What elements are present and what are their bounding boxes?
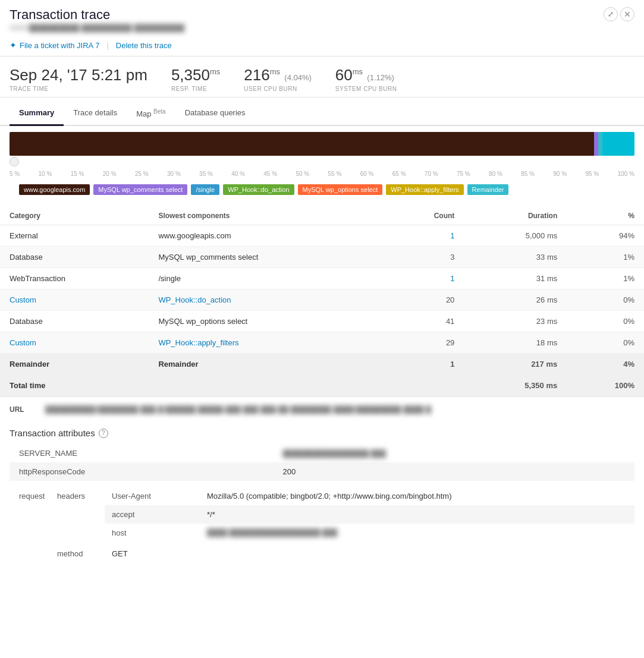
url-label: URL [10, 405, 33, 414]
timeline-indicator [10, 157, 19, 166]
file-ticket-label: File a ticket with JIRA 7 [20, 41, 99, 50]
attr-row-server-name: SERVER_NAME █████████████████.███ [10, 444, 634, 462]
star-icon: ✦ [10, 40, 17, 50]
resp-time-value: 5,350ms [171, 66, 220, 84]
table-row: External www.googleapis.com 1 5,000 ms 9… [0, 225, 644, 247]
segment-single [598, 132, 602, 156]
header-key-useragent: User-Agent [112, 492, 207, 500]
page-subtitle: HDW-██████████ ██████████ ██████████ [10, 24, 184, 32]
legend-do-action: WP_Hook::do_action [223, 184, 294, 195]
header-val-host: ████.██████████████████.███ [207, 528, 627, 537]
cell-category: Remainder [0, 354, 149, 375]
chart-legend: www.googleapis.com MySQL wp_comments sel… [10, 178, 634, 201]
pct-45: 45 % [263, 171, 277, 177]
request-section: request headers User-Agent Mozilla/5.0 (… [10, 487, 634, 563]
attr-row-http-code: httpResponseCode 200 [10, 462, 634, 481]
cell-category: External [0, 225, 149, 247]
close-icon: ✕ [624, 10, 631, 19]
header-key-host: host [112, 528, 207, 537]
cell-component[interactable]: WP_Hook::do_action [149, 289, 385, 311]
total-pct: 100% [567, 375, 644, 396]
cell-duration: 5,000 ms [464, 225, 567, 247]
pct-95: 95 % [585, 171, 599, 177]
pct-25: 25 % [135, 171, 149, 177]
cell-pct: 1% [567, 247, 644, 268]
pct-55: 55 % [328, 171, 342, 177]
expand-button[interactable]: ⤢ [604, 7, 618, 21]
url-value: ██████████/████████-███-█/██████-█████-█… [45, 405, 431, 414]
segment-mysql-comments [594, 132, 598, 156]
resp-time-label: RESP. TIME [171, 86, 220, 92]
cell-duration: 26 ms [464, 289, 567, 311]
attr-key-server-name: SERVER_NAME [10, 444, 274, 462]
cell-component: /single [149, 268, 385, 289]
toolbar-separator: | [106, 41, 108, 50]
user-cpu-pct: (4.04%) [284, 73, 312, 82]
pct-50: 50 % [296, 171, 309, 177]
attr-key-http-code: httpResponseCode [10, 462, 274, 481]
header-val-useragent: Mozilla/5.0 (compatible; bingbot/2.0; +h… [207, 492, 627, 500]
subtitle-blurred: HDW-██████████ ██████████ ██████████ [10, 24, 184, 32]
attributes-title: Transaction attributes ? [10, 428, 634, 438]
legend-single: /single [191, 184, 219, 195]
toolbar: ✦ File a ticket with JIRA 7 | Delete thi… [10, 36, 634, 56]
headers-list: User-Agent Mozilla/5.0 (compatible; bing… [105, 487, 634, 542]
user-cpu-value: 216ms (4.04%) [244, 66, 312, 84]
chart-area: 5 % 10 % 15 % 20 % 25 % 30 % 35 % 40 % 4… [0, 126, 644, 201]
header: Transaction trace HDW-██████████ ███████… [0, 0, 644, 56]
system-cpu-pct: (1.12%) [367, 73, 394, 82]
cell-duration: 217 ms [464, 354, 567, 375]
pct-labels: 5 % 10 % 15 % 20 % 25 % 30 % 35 % 40 % 4… [10, 169, 634, 178]
segment-googleapis [10, 132, 594, 156]
header-val-accept: */* [207, 510, 627, 519]
metrics-bar: Sep 24, '17 5:21 pm TRACE TIME 5,350ms R… [0, 56, 644, 97]
cell-count: 1 [385, 354, 464, 375]
title-group: Transaction trace HDW-██████████ ███████… [10, 7, 184, 36]
table-row: Remainder Remainder 1 217 ms 4% [0, 354, 644, 375]
trace-time-value: Sep 24, '17 5:21 pm [10, 66, 147, 84]
circle-indicator-row [10, 157, 634, 168]
tab-trace-details[interactable]: Trace details [64, 102, 127, 126]
cell-component: Remainder [149, 354, 385, 375]
pct-35: 35 % [199, 171, 213, 177]
transaction-attributes: Transaction attributes ? SERVER_NAME ███… [0, 422, 644, 563]
method-block: method GET [57, 544, 634, 563]
cell-count: 29 [385, 332, 464, 354]
segment-remainder [602, 132, 634, 156]
close-button[interactable]: ✕ [620, 7, 634, 21]
pct-15: 15 % [71, 171, 84, 177]
cell-category: Database [0, 311, 149, 332]
pct-65: 65 % [392, 171, 406, 177]
delete-trace-button[interactable]: Delete this trace [116, 41, 172, 50]
cell-count[interactable]: 1 [385, 225, 464, 247]
header-row-useragent: User-Agent Mozilla/5.0 (compatible; bing… [105, 487, 634, 505]
pct-40: 40 % [231, 171, 245, 177]
table-row: Database MySQL wp_comments select 3 33 m… [0, 247, 644, 268]
tab-summary[interactable]: Summary [10, 102, 64, 126]
tab-database-queries[interactable]: Database queries [175, 102, 255, 126]
col-duration: Duration [464, 206, 567, 225]
request-label: request [10, 487, 57, 563]
cell-duration: 18 ms [464, 332, 567, 354]
cell-category[interactable]: Custom [0, 332, 149, 354]
cell-category[interactable]: Custom [0, 289, 149, 311]
cell-component: MySQL wp_options select [149, 311, 385, 332]
cell-category: WebTransaction [0, 268, 149, 289]
legend-apply-filters: WP_Hook::apply_filters [386, 184, 463, 195]
cell-duration: 33 ms [464, 247, 567, 268]
method-label: method [57, 544, 105, 563]
headers-label: headers [57, 487, 105, 505]
header-row-accept: accept */* [105, 505, 634, 524]
cell-count: 3 [385, 247, 464, 268]
cell-pct: 1% [567, 268, 644, 289]
cell-component[interactable]: WP_Hook::apply_filters [149, 332, 385, 354]
help-icon[interactable]: ? [99, 429, 108, 438]
total-duration: 5,350 ms [464, 375, 567, 396]
file-ticket-button[interactable]: ✦ File a ticket with JIRA 7 [10, 40, 99, 50]
cell-component: www.googleapis.com [149, 225, 385, 247]
pct-85: 85 % [521, 171, 535, 177]
pct-10: 10 % [39, 171, 52, 177]
cell-pct: 94% [567, 225, 644, 247]
tab-map[interactable]: Map Beta [127, 102, 175, 126]
cell-count[interactable]: 1 [385, 268, 464, 289]
